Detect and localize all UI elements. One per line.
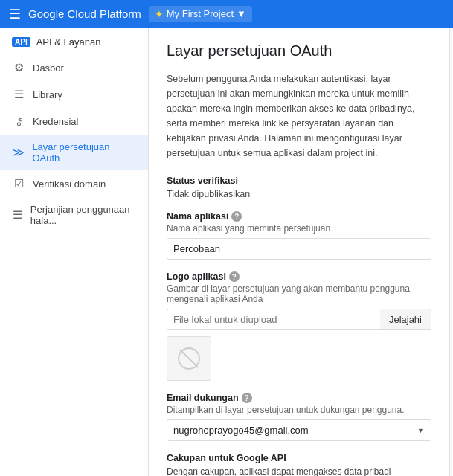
intro-text: Sebelum pengguna Anda melakukan autentik… (167, 71, 431, 161)
right-panel (449, 28, 453, 476)
sidebar-header-title: API & Layanan (36, 36, 101, 48)
status-verifikasi-label: Status verifikasi (167, 176, 431, 186)
logo-aplikasi-label: Logo aplikasi ? (167, 271, 431, 282)
library-icon: ☰ (12, 88, 25, 101)
verifikasi-icon: ☑ (12, 177, 25, 190)
sidebar-label-dasbor: Dasbor (33, 62, 64, 74)
perjanjian-icon: ☰ (12, 208, 23, 222)
sidebar-item-oauth[interactable]: ≫ Layar persetujuan OAuth (0, 135, 148, 170)
email-dukungan-label: Email dukungan ? (167, 393, 431, 403)
email-dukungan-group: Email dukungan ? Ditampilkan di layar pe… (167, 393, 431, 441)
sidebar-header: API API & Layanan (0, 28, 148, 54)
nama-aplikasi-sublabel: Nama aplikasi yang meminta persetujuan (167, 223, 431, 234)
logo-file-input[interactable] (167, 309, 380, 330)
page-title: Layar persetujuan OAuth (167, 42, 431, 60)
api-badge: API (12, 37, 30, 47)
sidebar-item-library[interactable]: ☰ Library (0, 81, 148, 108)
project-icon: ✦ (155, 8, 164, 20)
sidebar-label-verifikasi: Verifikasi domain (33, 178, 106, 190)
email-select-wrapper: nugrohoprayogo45@gmail.com (167, 419, 431, 441)
email-dukungan-sublabel: Ditampilkan di layar persetujuan untuk d… (167, 405, 431, 415)
nama-aplikasi-help-icon[interactable]: ? (231, 211, 242, 222)
email-dukungan-help-icon[interactable]: ? (242, 393, 252, 403)
cakupan-label: Cakupan untuk Google API (167, 453, 431, 463)
project-name: My First Project (167, 8, 234, 19)
sidebar: API API & Layanan ⚙ Dasbor ☰ Library ⚷ K… (0, 28, 149, 476)
sidebar-label-perjanjian: Perjanjian penggunaan hala... (30, 204, 136, 226)
project-dropdown-icon: ▼ (237, 8, 246, 19)
cakupan-section: Cakupan untuk Google API Dengan cakupan,… (167, 453, 431, 476)
sidebar-label-kredensial: Kredensial (33, 116, 78, 127)
no-image-icon (177, 347, 201, 370)
nama-aplikasi-group: Nama aplikasi ? Nama aplikasi yang memin… (167, 211, 431, 260)
browse-button[interactable]: Jelajahi (380, 309, 431, 330)
nama-aplikasi-input[interactable] (167, 238, 431, 260)
logo-aplikasi-help-icon[interactable]: ? (229, 271, 240, 282)
layout: API API & Layanan ⚙ Dasbor ☰ Library ⚷ K… (0, 28, 453, 476)
svg-line-1 (180, 350, 198, 367)
dasbor-icon: ⚙ (12, 61, 25, 74)
logo-file-row: Jelajahi (167, 309, 431, 330)
logo-preview (167, 336, 211, 381)
sidebar-item-perjanjian[interactable]: ☰ Perjanjian penggunaan hala... (0, 197, 148, 233)
sidebar-item-kredensial[interactable]: ⚷ Kredensial (0, 108, 148, 135)
email-dukungan-select[interactable]: nugrohoprayogo45@gmail.com (167, 419, 431, 441)
sidebar-item-dasbor[interactable]: ⚙ Dasbor (0, 54, 148, 81)
status-verifikasi-value: Tidak dipublikasikan (167, 189, 431, 199)
oauth-icon: ≫ (12, 146, 25, 159)
status-verifikasi-group: Status verifikasi Tidak dipublikasikan (167, 176, 431, 199)
sidebar-item-verifikasi[interactable]: ☑ Verifikasi domain (0, 170, 148, 197)
kredensial-icon: ⚷ (12, 115, 25, 128)
menu-icon[interactable]: ☰ (9, 6, 21, 22)
project-selector[interactable]: ✦ My First Project ▼ (149, 6, 252, 22)
logo-aplikasi-sublabel: Gambar di layar persetujuan yang akan me… (167, 283, 431, 304)
topbar: ☰ Google Cloud Platform ✦ My First Proje… (0, 0, 453, 28)
nama-aplikasi-label: Nama aplikasi ? (167, 211, 431, 222)
logo-aplikasi-group: Logo aplikasi ? Gambar di layar persetuj… (167, 271, 431, 381)
cakupan-desc: Dengan cakupan, aplikasi dapat mengakses… (167, 465, 431, 476)
main-content: Layar persetujuan OAuth Sebelum pengguna… (149, 28, 449, 476)
sidebar-label-library: Library (33, 89, 62, 100)
app-title: Google Cloud Platform (28, 7, 141, 20)
sidebar-label-oauth: Layar persetujuan OAuth (32, 141, 136, 164)
